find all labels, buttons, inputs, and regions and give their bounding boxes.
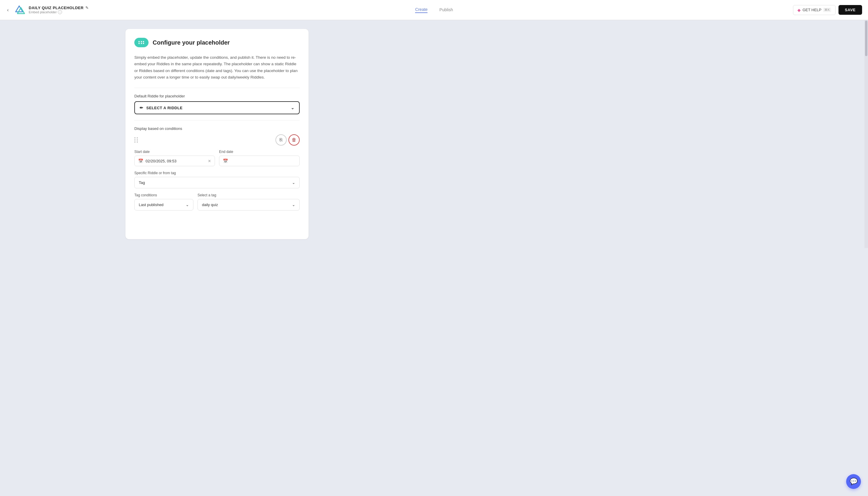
title-group: DAILY QUIZ PLACEHOLDER ✎ Embed placehold…	[29, 5, 89, 14]
end-date-field: End date 📅	[219, 150, 300, 166]
calendar-icon-end: 📅	[223, 158, 228, 163]
delete-condition-button[interactable]: 🗑	[289, 134, 300, 145]
condition-actions: ⎘ 🗑	[276, 134, 300, 145]
duplicate-condition-button[interactable]: ⎘	[276, 134, 287, 145]
back-button[interactable]: ‹	[6, 6, 10, 14]
card-title: Configure your placeholder	[153, 39, 230, 46]
select-tag-value: daily quiz	[202, 203, 218, 207]
specific-riddle-field: Specific Riddle or from tag Tag ⌄	[134, 171, 300, 188]
calendar-icon: 📅	[138, 158, 143, 163]
start-date-value: 02/20/2025, 09:53	[145, 159, 205, 163]
divider-1	[134, 88, 300, 88]
info-icon[interactable]: i	[58, 10, 62, 14]
trash-icon: 🗑	[292, 137, 296, 143]
logo-icon[interactable]	[13, 3, 25, 17]
chevron-down-conditions-icon: ⌄	[186, 203, 189, 207]
start-date-field: Start date 📅 02/20/2025, 09:53 ✕	[134, 150, 215, 166]
tag-conditions-row: Tag conditions Last published ⌄ Select a…	[134, 193, 300, 211]
tag-conditions-dropdown[interactable]: Last published ⌄	[134, 199, 193, 211]
specific-riddle-label: Specific Riddle or from tag	[134, 171, 300, 175]
conditions-label: Display based on conditions	[134, 126, 300, 131]
grid-dots-icon	[138, 41, 144, 44]
select-tag-label: Select a tag	[198, 193, 300, 197]
card-header: Configure your placeholder	[134, 38, 300, 47]
configure-card: Configure your placeholder Simply embed …	[125, 29, 309, 239]
riddle-or-tag-dropdown[interactable]: Tag ⌄	[134, 177, 300, 188]
edit-title-icon[interactable]: ✎	[85, 5, 89, 10]
card-description: Simply embed the placeholder, update the…	[134, 54, 300, 81]
clear-start-date-button[interactable]: ✕	[208, 159, 211, 163]
start-date-label: Start date	[134, 150, 215, 154]
topbar: ‹ DAILY QUIZ PLACEHOLDER ✎ Embed placeho…	[0, 0, 434, 20]
end-date-input[interactable]: 📅	[219, 156, 300, 166]
select-tag-field: Select a tag daily quiz ⌄	[198, 193, 300, 211]
tag-conditions-value: Last published	[139, 203, 164, 207]
topbar-center: Create Publish	[89, 7, 434, 13]
divider-2	[134, 120, 300, 121]
select-riddle-button[interactable]: ✏ SELECT A RIDDLE ⌄	[134, 101, 300, 114]
main-content: Configure your placeholder Simply embed …	[0, 20, 434, 248]
start-date-input[interactable]: 📅 02/20/2025, 09:53 ✕	[134, 156, 215, 166]
chevron-down-tag-icon: ⌄	[292, 181, 295, 185]
tag-conditions-field: Tag conditions Last published ⌄	[134, 193, 193, 211]
page-title: DAILY QUIZ PLACEHOLDER ✎	[29, 5, 89, 10]
tag-option-value: Tag	[139, 181, 145, 185]
drag-handle-icon[interactable]	[134, 137, 138, 143]
page-subtitle: Embed placeholder i	[29, 10, 89, 14]
end-date-label: End date	[219, 150, 300, 154]
chevron-down-select-tag-icon: ⌄	[292, 203, 295, 207]
pencil-icon: ✏	[140, 105, 143, 110]
tab-create[interactable]: Create	[415, 7, 428, 13]
date-row: Start date 📅 02/20/2025, 09:53 ✕ End dat…	[134, 150, 300, 166]
chevron-down-icon: ⌄	[291, 105, 295, 110]
select-tag-dropdown[interactable]: daily quiz ⌄	[198, 199, 300, 211]
condition-row-header: ⎘ 🗑	[134, 134, 300, 145]
header-icon-pill	[134, 38, 149, 47]
default-riddle-label: Default Riddle for placeholder	[134, 94, 300, 98]
topbar-left: ‹ DAILY QUIZ PLACEHOLDER ✎ Embed placeho…	[6, 3, 89, 17]
duplicate-icon: ⎘	[280, 137, 282, 143]
tag-conditions-label: Tag conditions	[134, 193, 193, 197]
